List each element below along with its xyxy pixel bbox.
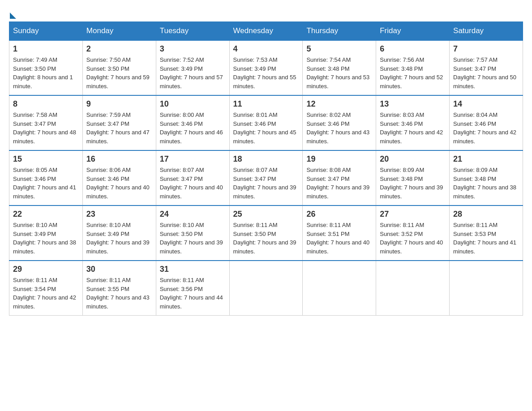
calendar-day-cell	[450, 261, 523, 316]
day-info: Sunrise: 7:52 AM Sunset: 3:49 PM Dayligh…	[160, 56, 226, 90]
calendar-day-cell: 11 Sunrise: 8:01 AM Sunset: 3:46 PM Dayl…	[229, 95, 303, 150]
day-info: Sunrise: 7:50 AM Sunset: 3:50 PM Dayligh…	[86, 56, 152, 90]
calendar-day-cell	[229, 261, 303, 316]
day-header-sunday: Sunday	[9, 22, 83, 41]
day-info: Sunrise: 8:11 AM Sunset: 3:51 PM Dayligh…	[306, 221, 372, 256]
day-info: Sunrise: 8:07 AM Sunset: 3:47 PM Dayligh…	[233, 166, 299, 201]
day-info: Sunrise: 7:58 AM Sunset: 3:47 PM Dayligh…	[13, 111, 79, 146]
day-number: 4	[233, 44, 299, 54]
day-number: 23	[86, 210, 152, 219]
calendar-day-cell: 4 Sunrise: 7:53 AM Sunset: 3:49 PM Dayli…	[229, 40, 303, 95]
day-number: 29	[13, 265, 79, 274]
calendar-week-row: 1 Sunrise: 7:49 AM Sunset: 3:50 PM Dayli…	[9, 40, 523, 95]
calendar-day-cell: 18 Sunrise: 8:07 AM Sunset: 3:47 PM Dayl…	[229, 150, 303, 206]
day-info: Sunrise: 8:08 AM Sunset: 3:47 PM Dayligh…	[306, 166, 372, 201]
day-number: 8	[13, 99, 79, 109]
calendar-day-cell: 16 Sunrise: 8:06 AM Sunset: 3:46 PM Dayl…	[82, 150, 156, 206]
calendar-day-cell: 12 Sunrise: 8:02 AM Sunset: 3:46 PM Dayl…	[303, 95, 376, 150]
calendar-day-cell: 22 Sunrise: 8:10 AM Sunset: 3:49 PM Dayl…	[9, 206, 83, 261]
calendar-day-cell: 7 Sunrise: 7:57 AM Sunset: 3:47 PM Dayli…	[450, 40, 523, 95]
day-info: Sunrise: 8:11 AM Sunset: 3:50 PM Dayligh…	[233, 221, 299, 256]
day-info: Sunrise: 8:01 AM Sunset: 3:46 PM Dayligh…	[233, 111, 299, 146]
day-number: 25	[233, 210, 299, 219]
calendar-day-cell: 19 Sunrise: 8:08 AM Sunset: 3:47 PM Dayl…	[303, 150, 376, 206]
day-number: 9	[86, 99, 152, 109]
calendar-day-cell: 10 Sunrise: 8:00 AM Sunset: 3:46 PM Dayl…	[156, 95, 229, 150]
day-header-tuesday: Tuesday	[156, 22, 229, 41]
day-info: Sunrise: 7:49 AM Sunset: 3:50 PM Dayligh…	[13, 56, 79, 90]
day-info: Sunrise: 8:06 AM Sunset: 3:46 PM Dayligh…	[86, 166, 152, 201]
calendar-day-cell: 27 Sunrise: 8:11 AM Sunset: 3:52 PM Dayl…	[376, 206, 450, 261]
calendar-day-cell: 28 Sunrise: 8:11 AM Sunset: 3:53 PM Dayl…	[450, 206, 523, 261]
day-number: 18	[233, 154, 299, 164]
day-info: Sunrise: 8:10 AM Sunset: 3:49 PM Dayligh…	[86, 221, 152, 256]
day-number: 12	[306, 99, 372, 109]
day-number: 1	[13, 44, 79, 54]
calendar-day-cell: 25 Sunrise: 8:11 AM Sunset: 3:50 PM Dayl…	[229, 206, 303, 261]
day-number: 28	[453, 210, 519, 219]
day-number: 3	[160, 44, 226, 54]
calendar-header-row: SundayMondayTuesdayWednesdayThursdayFrid…	[9, 22, 523, 41]
day-info: Sunrise: 8:11 AM Sunset: 3:52 PM Dayligh…	[380, 221, 446, 256]
day-info: Sunrise: 7:54 AM Sunset: 3:48 PM Dayligh…	[306, 56, 372, 90]
day-number: 10	[160, 99, 226, 109]
day-number: 26	[306, 210, 372, 219]
day-number: 17	[160, 154, 226, 164]
day-info: Sunrise: 8:10 AM Sunset: 3:49 PM Dayligh…	[13, 221, 79, 256]
day-info: Sunrise: 8:07 AM Sunset: 3:47 PM Dayligh…	[160, 166, 226, 201]
calendar-day-cell: 20 Sunrise: 8:09 AM Sunset: 3:48 PM Dayl…	[376, 150, 450, 206]
logo-arrow-icon	[10, 13, 16, 19]
day-header-monday: Monday	[82, 22, 156, 41]
day-number: 21	[453, 154, 519, 164]
page-header	[9, 9, 523, 17]
day-number: 31	[160, 265, 226, 274]
calendar-week-row: 29 Sunrise: 8:11 AM Sunset: 3:54 PM Dayl…	[9, 261, 523, 316]
day-header-wednesday: Wednesday	[229, 22, 303, 41]
calendar-day-cell	[376, 261, 450, 316]
calendar-day-cell: 8 Sunrise: 7:58 AM Sunset: 3:47 PM Dayli…	[9, 95, 83, 150]
day-info: Sunrise: 7:53 AM Sunset: 3:49 PM Dayligh…	[233, 56, 299, 90]
day-header-saturday: Saturday	[450, 22, 523, 41]
calendar-day-cell: 1 Sunrise: 7:49 AM Sunset: 3:50 PM Dayli…	[9, 40, 83, 95]
calendar-day-cell: 6 Sunrise: 7:56 AM Sunset: 3:48 PM Dayli…	[376, 40, 450, 95]
day-number: 22	[13, 210, 79, 219]
calendar-day-cell: 13 Sunrise: 8:03 AM Sunset: 3:46 PM Dayl…	[376, 95, 450, 150]
day-info: Sunrise: 7:57 AM Sunset: 3:47 PM Dayligh…	[453, 56, 519, 90]
calendar-day-cell: 30 Sunrise: 8:11 AM Sunset: 3:55 PM Dayl…	[82, 261, 156, 316]
logo	[9, 9, 16, 17]
day-info: Sunrise: 7:59 AM Sunset: 3:47 PM Dayligh…	[86, 111, 152, 146]
calendar-day-cell: 3 Sunrise: 7:52 AM Sunset: 3:49 PM Dayli…	[156, 40, 229, 95]
day-info: Sunrise: 8:10 AM Sunset: 3:50 PM Dayligh…	[160, 221, 226, 256]
day-number: 20	[380, 154, 446, 164]
calendar-day-cell: 2 Sunrise: 7:50 AM Sunset: 3:50 PM Dayli…	[82, 40, 156, 95]
day-number: 5	[306, 44, 372, 54]
day-info: Sunrise: 8:03 AM Sunset: 3:46 PM Dayligh…	[380, 111, 446, 146]
calendar-day-cell: 5 Sunrise: 7:54 AM Sunset: 3:48 PM Dayli…	[303, 40, 376, 95]
calendar-day-cell: 9 Sunrise: 7:59 AM Sunset: 3:47 PM Dayli…	[82, 95, 156, 150]
calendar-day-cell: 15 Sunrise: 8:05 AM Sunset: 3:46 PM Dayl…	[9, 150, 83, 206]
day-info: Sunrise: 8:09 AM Sunset: 3:48 PM Dayligh…	[453, 166, 519, 201]
calendar-week-row: 22 Sunrise: 8:10 AM Sunset: 3:49 PM Dayl…	[9, 206, 523, 261]
day-number: 2	[86, 44, 152, 54]
calendar-day-cell: 14 Sunrise: 8:04 AM Sunset: 3:46 PM Dayl…	[450, 95, 523, 150]
day-info: Sunrise: 8:04 AM Sunset: 3:46 PM Dayligh…	[453, 111, 519, 146]
calendar-day-cell: 29 Sunrise: 8:11 AM Sunset: 3:54 PM Dayl…	[9, 261, 83, 316]
calendar-day-cell: 23 Sunrise: 8:10 AM Sunset: 3:49 PM Dayl…	[82, 206, 156, 261]
day-number: 14	[453, 99, 519, 109]
day-info: Sunrise: 8:11 AM Sunset: 3:54 PM Dayligh…	[13, 276, 79, 311]
day-header-thursday: Thursday	[303, 22, 376, 41]
day-number: 13	[380, 99, 446, 109]
day-info: Sunrise: 7:56 AM Sunset: 3:48 PM Dayligh…	[380, 56, 446, 90]
calendar-table: SundayMondayTuesdayWednesdayThursdayFrid…	[9, 21, 523, 316]
calendar-day-cell: 17 Sunrise: 8:07 AM Sunset: 3:47 PM Dayl…	[156, 150, 229, 206]
day-info: Sunrise: 8:11 AM Sunset: 3:55 PM Dayligh…	[86, 276, 152, 311]
calendar-day-cell: 31 Sunrise: 8:11 AM Sunset: 3:56 PM Dayl…	[156, 261, 229, 316]
day-info: Sunrise: 8:11 AM Sunset: 3:56 PM Dayligh…	[160, 276, 226, 311]
day-number: 30	[86, 265, 152, 274]
day-info: Sunrise: 8:09 AM Sunset: 3:48 PM Dayligh…	[380, 166, 446, 201]
day-number: 7	[453, 44, 519, 54]
calendar-day-cell: 26 Sunrise: 8:11 AM Sunset: 3:51 PM Dayl…	[303, 206, 376, 261]
calendar-day-cell: 24 Sunrise: 8:10 AM Sunset: 3:50 PM Dayl…	[156, 206, 229, 261]
calendar-day-cell: 21 Sunrise: 8:09 AM Sunset: 3:48 PM Dayl…	[450, 150, 523, 206]
day-number: 19	[306, 154, 372, 164]
